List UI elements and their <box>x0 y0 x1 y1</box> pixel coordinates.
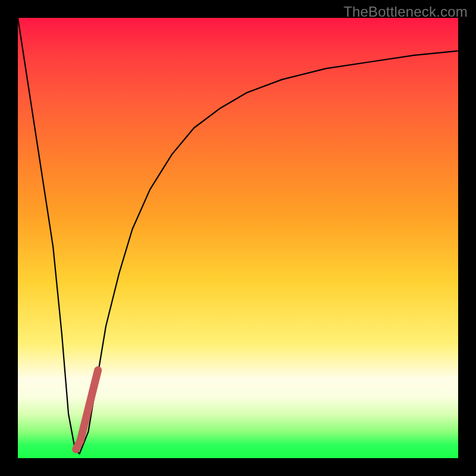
highlight-segment <box>76 370 98 449</box>
curve-overlay <box>18 18 458 458</box>
bottleneck-curve <box>18 18 458 454</box>
chart-frame: TheBottleneck.com <box>0 0 476 476</box>
